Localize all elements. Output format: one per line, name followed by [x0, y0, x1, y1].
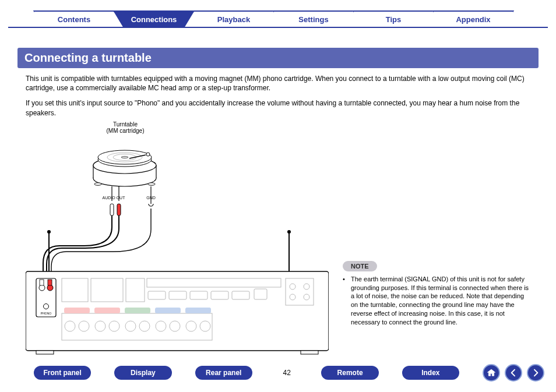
page-number: 42	[276, 369, 298, 377]
footer-btn-front-panel[interactable]: Front panel	[34, 366, 91, 380]
footer-btn-display[interactable]: Display	[114, 366, 171, 380]
home-icon[interactable]	[483, 364, 500, 382]
tab-playback[interactable]: Playback	[193, 10, 275, 27]
intro-paragraph-1: This unit is compatible with turntables …	[26, 74, 530, 93]
tab-connections[interactable]: Connections	[113, 10, 195, 27]
svg-rect-11	[110, 204, 114, 216]
svg-rect-28	[40, 280, 44, 285]
footer-btn-rear-panel[interactable]: Rear panel	[195, 366, 252, 380]
prev-page-icon[interactable]	[505, 364, 522, 382]
svg-point-8	[146, 153, 150, 156]
audio-out-label: AUDIO OUT	[103, 196, 126, 200]
note-heading: NOTE	[343, 261, 377, 271]
svg-rect-49	[94, 308, 120, 313]
svg-point-6	[121, 156, 128, 158]
turntable-label-line2: (MM cartridge)	[99, 128, 152, 134]
svg-text:PHONO: PHONO	[41, 312, 51, 315]
svg-point-22	[287, 230, 291, 234]
svg-point-10	[148, 183, 155, 185]
note-text: The earth terminal (SIGNAL GND) of this …	[343, 275, 530, 327]
svg-rect-17	[36, 351, 54, 354]
footer-btn-index[interactable]: Index	[402, 366, 459, 380]
svg-rect-52	[125, 308, 150, 313]
connection-diagram: Turntable (MM cartridge)	[26, 121, 329, 358]
svg-rect-46	[64, 308, 90, 313]
section-title: Connecting a turntable	[17, 48, 539, 68]
footer-btn-remote[interactable]: Remote	[321, 366, 378, 380]
svg-point-25	[47, 285, 53, 291]
tab-tips[interactable]: Tips	[353, 10, 434, 27]
top-tabs: Contents Connections Playback Settings T…	[9, 0, 547, 27]
footer-nav: Front panel Display Rear panel 42 Remote…	[0, 364, 556, 382]
svg-point-9	[94, 183, 101, 185]
svg-rect-29	[48, 280, 52, 285]
next-page-icon[interactable]	[527, 364, 544, 382]
tab-contents[interactable]: Contents	[33, 10, 115, 27]
svg-point-26	[44, 303, 49, 309]
svg-point-24	[39, 285, 45, 291]
svg-rect-18	[301, 351, 318, 354]
note-block: NOTE The earth terminal (SIGNAL GND) of …	[343, 261, 530, 327]
svg-rect-58	[185, 308, 211, 313]
svg-rect-55	[155, 308, 181, 313]
tabs-underline	[8, 27, 548, 28]
svg-rect-12	[117, 204, 121, 216]
diagram-svg: AUDIO OUT GND	[26, 135, 329, 356]
tab-settings[interactable]: Settings	[273, 10, 354, 27]
svg-point-20	[47, 230, 51, 234]
tab-appendix[interactable]: Appendix	[432, 10, 514, 27]
turntable-label-line1: Turntable	[99, 121, 152, 128]
intro-paragraph-2: If you set this unit's input source to "…	[26, 98, 530, 117]
